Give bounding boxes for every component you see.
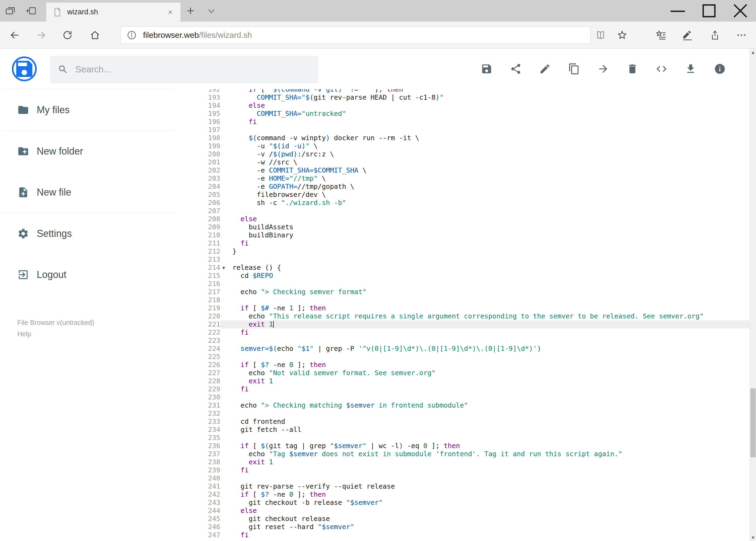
url-field[interactable]: filebrowser.web/files/wizard.sh (121, 26, 591, 44)
code-line[interactable]: 201 -w //src \ (194, 158, 750, 166)
code-line[interactable]: 211 fi (194, 239, 750, 248)
download-button[interactable] (685, 63, 697, 75)
scrollbar-thumb[interactable] (750, 388, 756, 457)
minimize-button[interactable] (662, 0, 693, 22)
code-line[interactable]: 242 if [ $? -ne 0 ]; then (194, 490, 750, 499)
code-line[interactable]: 195 COMMIT_SHA="untracked" (194, 110, 750, 118)
code-line[interactable]: 222 fi (194, 328, 750, 336)
code-line[interactable]: 245 git checkout release (194, 515, 750, 523)
more-menu-icon[interactable] (736, 29, 747, 41)
code-line[interactable]: 239 fi (194, 466, 750, 474)
rename-button[interactable] (539, 63, 551, 75)
close-window-button[interactable] (725, 0, 756, 22)
code-line[interactable]: 193 COMMIT_SHA="$(git rev-parse HEAD | c… (194, 94, 750, 102)
forward-button[interactable] (36, 30, 46, 41)
help-link[interactable]: Help (17, 328, 194, 339)
code-line[interactable]: 212} (194, 248, 750, 256)
code-line[interactable]: 240 (194, 474, 750, 482)
scroll-down-icon[interactable]: ▼ (750, 534, 756, 541)
sidebar-item-logout[interactable]: Logout (0, 254, 194, 295)
code-line[interactable]: 238 exit 1 (194, 458, 750, 466)
code-line[interactable]: 194 else (194, 102, 750, 110)
code-line[interactable]: 237 echo "Tag $semver does not exist in … (194, 450, 750, 458)
code-line[interactable]: 200 -v /$(pwd):/src:z \ (194, 150, 750, 158)
code-line[interactable]: 233 cd frontend (194, 417, 750, 426)
code-line[interactable]: 197 (194, 126, 750, 134)
console-button[interactable] (655, 63, 667, 75)
code-line[interactable]: 224 semver=$(echo "$1" | grep -P '^v(0|[… (194, 345, 750, 353)
code-line[interactable]: 205 filebrowser/dev \ (194, 191, 750, 199)
code-line[interactable]: 216 (194, 280, 750, 288)
code-line[interactable]: 234 git fetch --all (194, 426, 750, 434)
code-line[interactable]: 226 if [ $? -ne 0 ]; then (194, 361, 750, 369)
code-line[interactable]: 203 -e HOME="//tmp" \ (194, 175, 750, 183)
set-tabs-aside-icon[interactable] (26, 5, 37, 16)
code-line[interactable]: 220 echo "This release script requires a… (194, 312, 750, 320)
share-page-icon[interactable] (709, 29, 721, 41)
fold-marker-icon[interactable]: ▾ (222, 264, 225, 272)
maximize-button[interactable] (693, 0, 725, 22)
tab-preview-icon[interactable] (5, 5, 16, 16)
code-line[interactable]: 246 git reset --hard "$semver" (194, 523, 750, 531)
site-info-icon[interactable] (126, 30, 137, 41)
tab-list-chevron-icon[interactable] (207, 8, 215, 15)
reading-view-icon[interactable] (595, 29, 606, 41)
code-line[interactable]: 204 -e GOPATH=//tmp/gopath \ (194, 183, 750, 191)
home-button[interactable] (90, 30, 101, 41)
code-line[interactable]: 202 -e COMMIT_SHA=$COMMIT_SHA \ (194, 166, 750, 175)
code-editor[interactable]: 192 if [ "$(command -v git)" != "" ]; th… (194, 89, 750, 541)
code-line[interactable]: 231 echo "> Checking matching $semver in… (194, 401, 750, 409)
code-line[interactable]: 192 if [ "$(command -v git)" != "" ]; th… (194, 89, 750, 94)
code-line[interactable]: 199 -u "$(id -u)" \ (194, 142, 750, 150)
code-line[interactable]: 227 echo "Not valid semver format. See s… (194, 369, 750, 377)
code-line[interactable]: 206 sh -c "./wizard.sh -b" (194, 199, 750, 207)
code-line[interactable]: 229 fi (194, 385, 750, 393)
code-line[interactable]: 218 (194, 296, 750, 304)
sidebar-item-new-folder[interactable]: New folder (0, 131, 194, 172)
save-button[interactable] (481, 63, 493, 75)
code-line[interactable]: 236 if [ $(git tag | grep "$semver" | wc… (194, 442, 750, 450)
scroll-up-icon[interactable]: ▲ (750, 49, 756, 56)
code-line[interactable]: 223 (194, 336, 750, 345)
share-button[interactable] (510, 63, 522, 75)
code-line[interactable]: 210 buildBinary (194, 231, 750, 239)
code-line[interactable]: 232 (194, 409, 750, 417)
web-note-pen-icon[interactable] (682, 29, 693, 41)
copy-button[interactable] (568, 63, 580, 75)
move-button[interactable] (597, 63, 609, 75)
code-line[interactable]: 235 (194, 434, 750, 442)
code-line[interactable]: 213 (194, 256, 750, 264)
sidebar-item-settings[interactable]: Settings (0, 213, 194, 254)
code-line[interactable]: 209 buildAssets (194, 223, 750, 231)
code-line[interactable]: 208 else (194, 215, 750, 223)
code-line[interactable]: 221 exit 1 (194, 320, 750, 328)
browser-tab[interactable]: wizard.sh (46, 2, 181, 22)
code-line[interactable]: 198 $(command -v winpty) docker run --rm… (194, 134, 750, 142)
code-line[interactable]: 247 fi (194, 531, 750, 539)
code-line[interactable]: 243 git checkout -b release "$semver" (194, 499, 750, 507)
vertical-scrollbar[interactable]: ▲ ▼ (750, 49, 756, 541)
code-line[interactable]: 196 fi (194, 118, 750, 126)
tab-close-icon[interactable] (167, 9, 173, 15)
code-line[interactable]: 225 (194, 353, 750, 361)
code-line[interactable]: 217 echo "> Checking semver format" (194, 288, 750, 296)
code-line[interactable]: 207 (194, 207, 750, 215)
sidebar-item-new-file[interactable]: New file (0, 172, 194, 213)
back-button[interactable] (9, 30, 20, 41)
info-button[interactable] (714, 63, 726, 75)
code-line[interactable]: 228 exit 1 (194, 377, 750, 385)
code-line[interactable]: 244 else (194, 507, 750, 515)
search-box[interactable] (50, 56, 319, 83)
search-input[interactable] (75, 64, 310, 75)
refresh-button[interactable] (62, 30, 73, 41)
code-line[interactable]: 214▾release () { (194, 264, 750, 272)
code-line[interactable]: 215 cd $REPO (194, 272, 750, 280)
code-line[interactable]: 230 (194, 393, 750, 401)
code-line[interactable]: 241 git rev-parse --verify --quiet relea… (194, 482, 750, 490)
hub-favorites-icon[interactable] (655, 29, 667, 41)
favorite-star-icon[interactable] (617, 29, 628, 41)
code-line[interactable]: 219 if [ $# -ne 1 ]; then (194, 304, 750, 312)
sidebar-item-my-files[interactable]: My files (0, 89, 194, 131)
new-tab-button[interactable] (186, 6, 195, 16)
delete-button[interactable] (627, 63, 638, 75)
